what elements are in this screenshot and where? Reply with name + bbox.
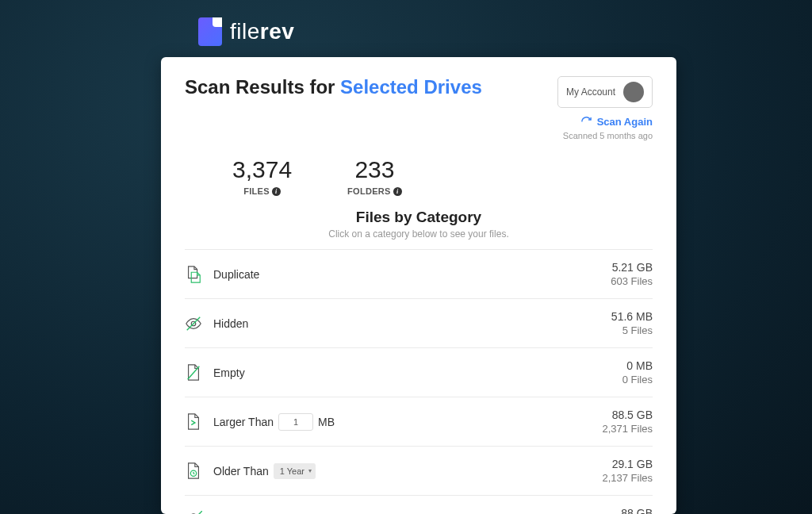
logo-icon: [198, 17, 222, 46]
info-icon[interactable]: i: [272, 187, 281, 196]
svg-line-2: [188, 366, 200, 379]
person-icon: [185, 511, 202, 515]
category-row-not-owned[interactable]: Not Owned By Me 88 GB 3,260 Files: [185, 495, 653, 514]
category-row-larger-than[interactable]: Larger Than MB 88.5 GB 2,371 Files: [185, 397, 653, 446]
refresh-icon: [580, 116, 592, 128]
results-card: Scan Results for Selected Drives My Acco…: [161, 57, 676, 514]
older-than-select[interactable]: 1 Year: [274, 463, 316, 479]
duplicate-icon: [185, 265, 202, 284]
page-title: Scan Results for Selected Drives: [185, 76, 482, 98]
my-account-button[interactable]: My Account: [557, 76, 653, 108]
stat-files[interactable]: 3,374 FILES i: [232, 156, 292, 198]
logo-text: filerev: [230, 19, 294, 44]
avatar: [623, 82, 644, 102]
category-row-older-than[interactable]: Older Than 1 Year 29.1 GB 2,137 Files: [185, 446, 653, 495]
category-row-hidden[interactable]: Hidden 51.6 MB 5 Files: [185, 298, 653, 347]
svg-line-1: [187, 316, 201, 330]
category-row-empty[interactable]: Empty 0 MB 0 Files: [185, 347, 653, 397]
stats-row: 3,374 FILES i 233 FOLDERS i: [232, 156, 653, 198]
stat-folders[interactable]: 233 FOLDERS i: [347, 156, 402, 198]
category-row-duplicate[interactable]: Duplicate 5.21 GB 603 Files: [185, 249, 653, 298]
brand-logo: filerev: [0, 0, 812, 46]
larger-than-icon: [185, 412, 202, 432]
info-icon[interactable]: i: [393, 187, 402, 196]
category-list: Duplicate 5.21 GB 603 Files Hidden 5: [185, 249, 653, 514]
selected-drives-link[interactable]: Selected Drives: [340, 76, 482, 98]
hidden-icon: [185, 314, 202, 333]
svg-line-5: [198, 511, 203, 514]
scan-again-button[interactable]: Scan Again: [580, 116, 653, 128]
empty-icon: [185, 363, 202, 382]
larger-than-input[interactable]: [278, 413, 313, 431]
scanned-ago-text: Scanned 5 months ago: [563, 131, 653, 140]
older-than-icon: [185, 462, 202, 481]
section-header: Files by Category Click on a category be…: [185, 209, 653, 240]
